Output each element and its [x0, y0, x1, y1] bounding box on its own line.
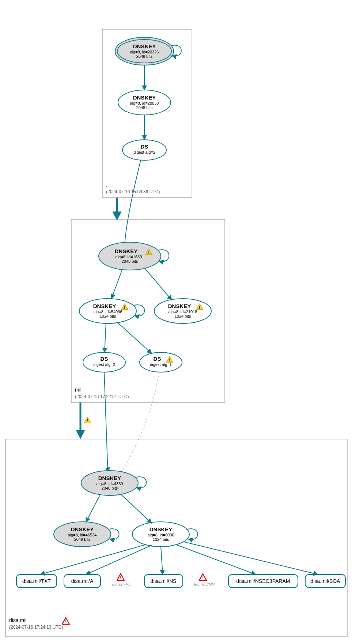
svg-text:1024 bits: 1024 bits: [175, 314, 191, 318]
edge-mil-ds2-disa-ksk: [121, 372, 159, 474]
edge-zsk-nsec3: [175, 544, 256, 574]
svg-text:disa.mil/NS: disa.mil/NS: [151, 578, 177, 584]
rrset-a: disa.mil/A: [64, 574, 101, 588]
svg-text:alg=8, id=6036: alg=8, id=6036: [148, 533, 174, 537]
svg-text:2048 bits: 2048 bits: [102, 486, 118, 490]
svg-text:alg=8, id=54036: alg=8, id=54036: [94, 310, 122, 314]
edge-root-ds-mil-ksk: [124, 160, 141, 249]
edge-mil-zsk1-ds2: [117, 322, 152, 353]
rrset-soa: disa.mil/SOA: [305, 574, 345, 588]
node-mil-ds2: DS digest alg=1: [140, 352, 182, 372]
svg-text:!: !: [148, 250, 149, 255]
rrset-txt: disa.mil/TXT: [16, 574, 57, 588]
edge-disa-ksk-key2: [86, 494, 101, 522]
node-mil-zsk2: DNSKEY alg=8, id=21018 1024 bits: [154, 299, 211, 323]
svg-text:!: !: [120, 576, 121, 580]
svg-text:!: !: [202, 576, 204, 580]
edge-mil-ksk-zsk2: [144, 268, 172, 300]
svg-text:alg=8, id=20038: alg=8, id=20038: [130, 101, 159, 105]
svg-text:DS: DS: [101, 356, 108, 362]
zone-timestamp-disa: (2024-07-16 17:24:13 UTC): [9, 625, 63, 630]
rrset-nsec3param: disa.mil/NSEC3PARAM: [228, 574, 298, 588]
node-mil-ksk: DNSKEY alg=8, id=16801 2048 bits: [99, 242, 161, 270]
rrset-a-error: ! disa.mil/A: [112, 574, 131, 587]
svg-text:!: !: [199, 305, 200, 310]
svg-text:DNSKEY: DNSKEY: [98, 475, 121, 481]
node-root-ds: DS digest alg=2: [122, 140, 166, 160]
svg-text:2048 bits: 2048 bits: [136, 105, 153, 110]
svg-text:DS: DS: [141, 143, 148, 150]
zone-timestamp-mil: (2024-07-16 17:22:51 UTC): [75, 394, 129, 399]
svg-text:!: !: [124, 305, 125, 310]
svg-text:alg=8, id=21018: alg=8, id=21018: [169, 310, 197, 314]
svg-text:!: !: [65, 619, 67, 624]
svg-text:disa.mil/A: disa.mil/A: [71, 578, 94, 584]
svg-text:digest alg=2: digest alg=2: [133, 150, 155, 154]
node-root-zsk: DNSKEY alg=8, id=20038 2048 bits: [118, 90, 171, 115]
svg-text:disa.mil/NSEC3PARAM: disa.mil/NSEC3PARAM: [236, 578, 290, 584]
svg-text:disa.mil/NS: disa.mil/NS: [193, 582, 215, 587]
dnssec-graph: . (2024-07-16 15:56:39 UTC) DNSKEY alg=8…: [0, 0, 352, 644]
svg-text:alg=8, id=16801: alg=8, id=16801: [116, 255, 144, 259]
error-icon: !: [117, 574, 124, 580]
zone-label-disa: disa.mil: [9, 617, 26, 623]
svg-text:DNSKEY: DNSKEY: [115, 248, 138, 254]
svg-text:DNSKEY: DNSKEY: [149, 526, 173, 532]
edge-zsk-txt: [40, 544, 146, 574]
zone-label-root: .: [106, 182, 107, 188]
edge-zsk-a: [86, 545, 152, 574]
edge-disa-ksk-zsk: [121, 494, 152, 523]
svg-text:digest alg=2: digest alg=2: [93, 362, 115, 367]
node-root-ksk: DNSKEY alg=8, id=20326 2048 bits: [115, 37, 174, 65]
edge-mil-ksk-zsk1: [111, 269, 122, 299]
edge-mil-zsk1-ds1: [105, 323, 106, 352]
error-icon: !: [62, 618, 69, 624]
error-icon: !: [199, 574, 207, 580]
svg-text:alg=8, id=4339: alg=8, id=4339: [96, 482, 123, 486]
svg-text:DNSKEY: DNSKEY: [133, 94, 156, 101]
svg-text:disa.mil/SOA: disa.mil/SOA: [311, 578, 341, 584]
edge-mil-ds1-disa-ksk: [104, 372, 108, 472]
node-mil-zsk1: DNSKEY alg=8, id=54036 1024 bits: [79, 299, 136, 323]
node-disa-ksk: DNSKEY alg=8, id=4339 2048 bits: [81, 471, 138, 495]
node-mil-ds1: DS digest alg=2: [83, 352, 125, 372]
rrset-ns-error: ! disa.mil/NS: [193, 574, 215, 587]
svg-text:2048 bits: 2048 bits: [74, 537, 91, 542]
svg-text:!: !: [87, 419, 88, 423]
rrset-ns: disa.mil/NS: [144, 574, 183, 588]
node-disa-zsk: DNSKEY alg=8, id=6036 1024 bits: [132, 522, 189, 547]
svg-text:disa.mil/A: disa.mil/A: [112, 582, 131, 587]
svg-text:2048 bits: 2048 bits: [122, 259, 138, 263]
svg-text:alg=8, id=20326: alg=8, id=20326: [130, 50, 159, 54]
node-disa-key2: DNSKEY alg=8, id=46534 2048 bits: [54, 522, 111, 547]
svg-text:DNSKEY: DNSKEY: [168, 303, 191, 309]
svg-text:alg=8, id=46534: alg=8, id=46534: [68, 533, 97, 537]
svg-text:DNSKEY: DNSKEY: [71, 526, 94, 532]
zone-label-mil: mil: [75, 387, 82, 393]
edge-zsk-soa: [183, 542, 318, 574]
edge-zsk-ns: [161, 547, 163, 574]
svg-text:digest alg=1: digest alg=1: [150, 362, 172, 367]
svg-text:DNSKEY: DNSKEY: [93, 303, 116, 309]
svg-text:DS: DS: [154, 356, 161, 362]
svg-text:disa.mil/TXT: disa.mil/TXT: [22, 578, 51, 584]
svg-text:1024 bits: 1024 bits: [100, 314, 116, 318]
svg-text:1024 bits: 1024 bits: [153, 537, 169, 542]
svg-text:2048 bits: 2048 bits: [136, 54, 153, 59]
svg-text:DNSKEY: DNSKEY: [133, 43, 156, 49]
svg-text:!: !: [169, 358, 170, 362]
warning-icon: !: [84, 417, 91, 423]
